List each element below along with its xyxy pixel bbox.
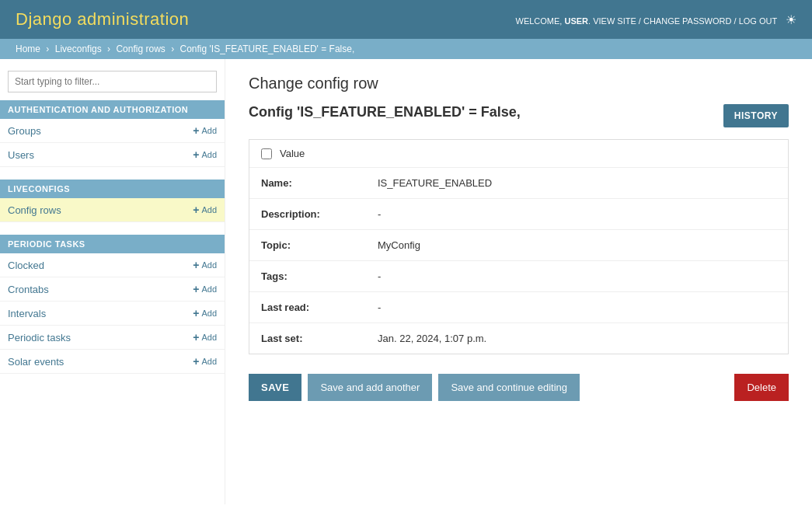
page-title: Change config row [249, 75, 789, 92]
value-row: Value [249, 140, 788, 168]
site-title: Django administration [16, 9, 189, 30]
sidebar-section-liveconfigs: LIVECONFIGS [0, 180, 225, 198]
solar-events-add-label: Add [201, 357, 217, 366]
crontabs-plus-icon: + [193, 283, 199, 295]
field-label-last-read: Last read: [249, 292, 366, 323]
value-label[interactable]: Value [280, 148, 305, 159]
intervals-plus-icon: + [193, 307, 199, 319]
config-rows-plus-icon: + [193, 204, 199, 216]
sidebar-item-config-rows[interactable]: Config rows + Add [0, 198, 225, 222]
history-button[interactable]: HISTORY [723, 104, 789, 127]
intervals-add-link[interactable]: + Add [193, 307, 217, 319]
welcome-text: WELCOME, [516, 16, 563, 26]
field-value-last-set: Jan. 22, 2024, 1:07 p.m. [366, 323, 788, 354]
view-site-link[interactable]: VIEW SITE [593, 16, 636, 26]
log-out-link[interactable]: LOG OUT [739, 16, 777, 26]
value-checkbox[interactable] [261, 148, 272, 159]
user-tools: WELCOME, USER. VIEW SITE / CHANGE PASSWO… [516, 12, 796, 27]
main-content: Change config row Config 'IS_FEATURE_ENA… [225, 59, 812, 504]
save-continue-button[interactable]: Save and continue editing [438, 374, 580, 401]
object-title: Config 'IS_FEATURE_ENABLED' = False, [249, 104, 521, 120]
content-header: Config 'IS_FEATURE_ENABLED' = False, HIS… [249, 104, 789, 127]
groups-add-label: Add [201, 126, 217, 135]
breadcrumbs: Home › Liveconfigs › Config rows › Confi… [0, 39, 812, 59]
breadcrumb-liveconfigs[interactable]: Liveconfigs [55, 44, 102, 54]
clocked-label[interactable]: Clocked [8, 260, 44, 271]
breadcrumb-config-rows[interactable]: Config rows [116, 44, 165, 54]
sidebar-item-intervals[interactable]: Intervals + Add [0, 302, 225, 326]
config-rows-add-link[interactable]: + Add [193, 204, 217, 216]
sidebar-spacer-2 [0, 222, 225, 235]
breadcrumb-current: Config 'IS_FEATURE_ENABLED' = False, [179, 44, 354, 54]
header: Django administration WELCOME, USER. VIE… [0, 0, 812, 39]
field-row-description: Description: - [249, 199, 788, 230]
field-row-topic: Topic: MyConfig [249, 230, 788, 261]
field-value-topic: MyConfig [366, 230, 788, 261]
groups-label[interactable]: Groups [8, 125, 41, 137]
intervals-add-label: Add [201, 309, 217, 318]
breadcrumb-home[interactable]: Home [16, 44, 40, 54]
theme-toggle-icon[interactable]: ☀ [786, 13, 796, 26]
sidebar-section-auth: AUTHENTICATION AND AUTHORIZATION [0, 100, 225, 119]
username: USER [564, 16, 588, 26]
field-row-last-set: Last set: Jan. 22, 2024, 1:07 p.m. [249, 323, 788, 354]
sidebar-item-periodic-tasks[interactable]: Periodic tasks + Add [0, 326, 225, 350]
fields-table: Name: IS_FEATURE_ENABLED Description: - … [249, 168, 788, 354]
sidebar-item-crontabs[interactable]: Crontabs + Add [0, 277, 225, 302]
field-row-last-read: Last read: - [249, 292, 788, 323]
container: AUTHENTICATION AND AUTHORIZATION Groups … [0, 59, 812, 504]
field-label-topic: Topic: [249, 230, 366, 261]
field-label-last-set: Last set: [249, 323, 366, 354]
users-add-label: Add [201, 150, 217, 159]
users-label[interactable]: Users [8, 149, 34, 161]
crontabs-label[interactable]: Crontabs [8, 284, 49, 295]
save-add-another-button[interactable]: Save and add another [308, 374, 432, 401]
field-row-tags: Tags: - [249, 261, 788, 292]
periodic-tasks-label[interactable]: Periodic tasks [8, 332, 71, 343]
field-label-name: Name: [249, 168, 366, 199]
clocked-add-link[interactable]: + Add [193, 259, 217, 271]
sidebar-item-clocked[interactable]: Clocked + Add [0, 253, 225, 277]
users-add-link[interactable]: + Add [193, 148, 217, 161]
periodic-tasks-add-link[interactable]: + Add [193, 331, 217, 343]
branding: Django administration [16, 9, 189, 30]
delete-button[interactable]: Delete [734, 374, 789, 401]
solar-events-plus-icon: + [193, 355, 199, 368]
breadcrumb-sep-1: › [46, 44, 49, 54]
field-label-description: Description: [249, 199, 366, 230]
config-rows-label[interactable]: Config rows [8, 204, 61, 216]
sidebar-item-users[interactable]: Users + Add [0, 143, 225, 167]
field-value-tags: - [366, 261, 788, 292]
submit-row: SAVE Save and add another Save and conti… [249, 366, 789, 409]
breadcrumb-sep-3: › [171, 44, 174, 54]
field-label-tags: Tags: [249, 261, 366, 292]
sidebar-filter-input[interactable] [8, 71, 217, 92]
field-value-name: IS_FEATURE_ENABLED [366, 168, 788, 199]
sidebar-section-periodic: PERIODIC TASKS [0, 235, 225, 253]
change-password-link[interactable]: CHANGE PASSWORD [643, 16, 731, 26]
field-value-last-read: - [366, 292, 788, 323]
groups-plus-icon: + [193, 124, 199, 137]
periodic-tasks-add-label: Add [201, 333, 217, 342]
field-row-name: Name: IS_FEATURE_ENABLED [249, 168, 788, 199]
solar-events-add-link[interactable]: + Add [193, 355, 217, 368]
sidebar: AUTHENTICATION AND AUTHORIZATION Groups … [0, 59, 225, 504]
solar-events-label[interactable]: Solar events [8, 356, 64, 368]
sidebar-item-solar-events[interactable]: Solar events + Add [0, 350, 225, 374]
form-section: Value Name: IS_FEATURE_ENABLED Descripti… [249, 139, 789, 354]
crontabs-add-label: Add [201, 284, 217, 294]
periodic-tasks-plus-icon: + [193, 331, 199, 343]
intervals-label[interactable]: Intervals [8, 308, 46, 319]
crontabs-add-link[interactable]: + Add [193, 283, 217, 295]
config-rows-add-label: Add [201, 205, 217, 214]
clocked-add-label: Add [201, 260, 217, 270]
users-plus-icon: + [193, 148, 199, 161]
breadcrumb-sep-2: › [107, 44, 110, 54]
save-button[interactable]: SAVE [249, 374, 301, 401]
field-value-description: - [366, 199, 788, 230]
groups-add-link[interactable]: + Add [193, 124, 217, 137]
sidebar-item-groups[interactable]: Groups + Add [0, 119, 225, 143]
clocked-plus-icon: + [193, 259, 199, 271]
sidebar-spacer-1 [0, 167, 225, 180]
